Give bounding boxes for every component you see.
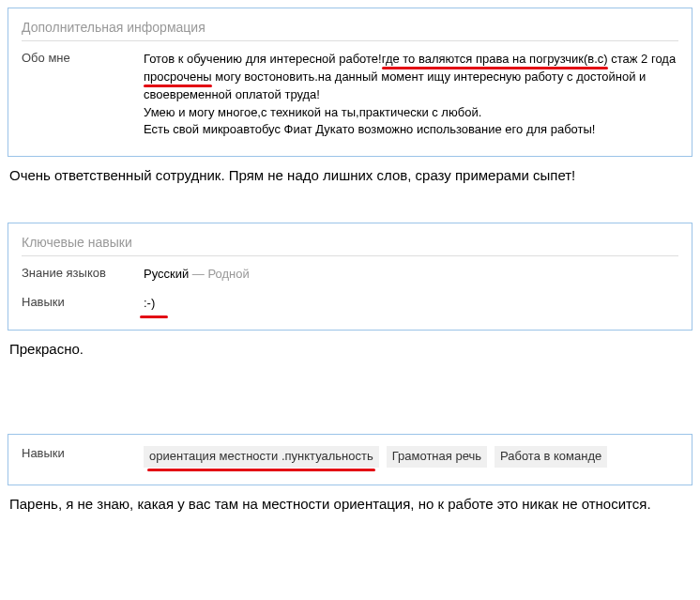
skills-label: Навыки xyxy=(22,446,144,468)
languages-value: Русский — Родной xyxy=(144,266,678,284)
language-name: Русский xyxy=(144,267,189,281)
skill-tag: Работа в команде xyxy=(495,446,607,468)
panel-key-skills: Ключевые навыки Знание языков Русский — … xyxy=(8,223,692,331)
skill-tag: ориентация местности .пунктуальность xyxy=(144,446,379,468)
panel-additional-info: Дополнительная информация Обо мне Готов … xyxy=(8,8,692,157)
commentary-2: Прекрасно. xyxy=(9,340,691,359)
skills-value: :-) xyxy=(144,295,678,313)
about-text-2: Умею и могу многое,с техникой на ты,прак… xyxy=(144,105,481,119)
language-level: Родной xyxy=(207,267,249,281)
about-text-3: Есть свой микроавтобус Фиат Дукато возмо… xyxy=(144,122,595,136)
skills-smiley: :-) xyxy=(144,295,155,313)
language-sep: — xyxy=(189,267,207,281)
languages-row: Знание языков Русский — Родной xyxy=(22,266,678,284)
commentary-1: Очень ответственный сотрудник. Прям не н… xyxy=(9,166,691,185)
about-text-underlined-1: где то валяются права на погрузчик(в.с) xyxy=(382,52,608,66)
panel-skills-tags: Навыки ориентация местности .пунктуально… xyxy=(8,434,692,485)
skill-tag: Грамотная речь xyxy=(387,446,487,468)
commentary-3: Парень, я не знаю, какая у вас там на ме… xyxy=(9,495,691,514)
panel-header: Ключевые навыки xyxy=(22,235,678,256)
about-row: Обо мне Готов к обучению для интересной … xyxy=(22,51,678,139)
skills-tags-value: ориентация местности .пунктуальность Гра… xyxy=(144,446,678,468)
about-text-underlined-2: просрочены xyxy=(144,69,212,84)
about-text-1a: Готов к обучению для интересной работе! xyxy=(144,52,382,66)
skills-row: Навыки :-) xyxy=(22,295,678,313)
panel-header: Дополнительная информация xyxy=(22,20,678,41)
about-text-1e: могу востоновить.на данный момент ищу ин… xyxy=(144,69,646,101)
about-text-1c: стаж 2 года xyxy=(608,52,677,66)
skills-label: Навыки xyxy=(22,295,144,313)
about-label: Обо мне xyxy=(22,51,144,139)
about-value: Готов к обучению для интересной работе!г… xyxy=(144,51,678,139)
skills-tags-row: Навыки ориентация местности .пунктуально… xyxy=(22,446,678,468)
languages-label: Знание языков xyxy=(22,266,144,284)
